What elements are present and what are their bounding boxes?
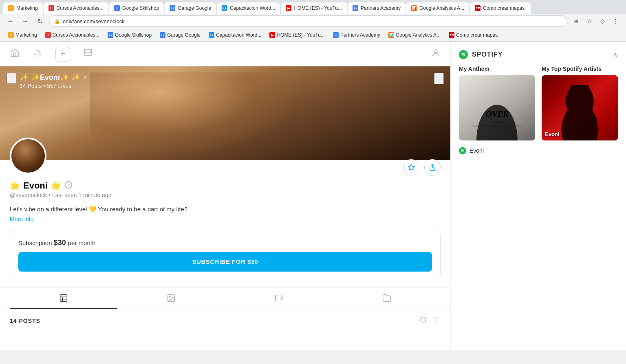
top-artists-cover: Evoni bbox=[542, 75, 618, 140]
tab-garage[interactable]: G Garage Google bbox=[165, 2, 216, 14]
cover-display-name: ✨ ✨Evoni✨ ✨ ✓ bbox=[20, 73, 88, 82]
reload-button[interactable]: ↻ bbox=[34, 15, 46, 27]
forward-button[interactable]: → bbox=[20, 15, 31, 27]
lock-icon: 🔒 bbox=[54, 18, 60, 24]
profile-actions-row bbox=[0, 156, 450, 175]
bookmark-favicon-garage: G bbox=[160, 32, 165, 38]
tab-skillshop[interactable]: G Google Skillshop bbox=[109, 2, 164, 14]
cover-stats: 14 Posts • 557 Likes bbox=[20, 83, 88, 89]
svg-rect-5 bbox=[60, 294, 67, 301]
avatar-image bbox=[11, 139, 45, 173]
bookmark-partners[interactable]: G Partners Academy bbox=[330, 31, 384, 39]
bookmark-favicon-partners: G bbox=[333, 32, 339, 38]
tab-favicon-skillshop: G bbox=[114, 5, 120, 11]
url-text: onlyfans.com/sevenoclock bbox=[63, 18, 125, 24]
tab-photos[interactable] bbox=[117, 288, 225, 309]
home-nav-icon[interactable] bbox=[10, 48, 20, 60]
tab-label-analytics: Google Analytics A... bbox=[419, 5, 464, 11]
bookmark-cursos[interactable]: H Cursos Accionables... bbox=[42, 31, 103, 39]
sort-posts-icon[interactable] bbox=[432, 316, 441, 326]
tab-capacitacion[interactable]: G Capacitacion Word... bbox=[217, 2, 280, 14]
page-content: + bbox=[0, 42, 626, 350]
cover-face-highlight bbox=[90, 72, 293, 152]
spotify-cards-grid: Over EVONI FEAT. IYABORATSOLA & HOLDEN bbox=[459, 75, 618, 140]
bookmark-capacitacion[interactable]: G Capacitacion Word... bbox=[205, 31, 265, 39]
cover-name-text: ✨Evoni✨ bbox=[31, 73, 69, 82]
back-button[interactable]: ← bbox=[5, 15, 16, 27]
bookmark-label-marketing: Marketing bbox=[15, 32, 37, 38]
translate-button[interactable]: ⊕ bbox=[571, 15, 582, 27]
tab-marketing[interactable]: M Marketing bbox=[3, 2, 43, 14]
bell-nav-icon[interactable] bbox=[33, 48, 42, 60]
subscribe-button[interactable]: SUBSCRIBE FOR $30 bbox=[18, 252, 432, 272]
tab-posts[interactable] bbox=[10, 288, 117, 309]
bookmark-favicon-skillshop: G bbox=[108, 32, 113, 38]
extension-button[interactable]: ◇ bbox=[597, 15, 608, 27]
cover-more-button[interactable]: ⋮ bbox=[434, 73, 444, 84]
user-nav-icon[interactable] bbox=[431, 48, 441, 60]
name-sparkle-left: 🌟 bbox=[10, 181, 20, 191]
tab-collections[interactable] bbox=[333, 288, 441, 309]
tab-label-capacitacion: Capacitacion Word... bbox=[230, 5, 275, 11]
spotify-column-headers: My Anthem My Top Spotify Artists bbox=[459, 66, 618, 72]
more-info-link[interactable]: More info bbox=[10, 216, 33, 222]
tab-youtube[interactable]: ▶ HOME (ES) - YouTu... bbox=[281, 2, 347, 14]
tab-favicon-garage: G bbox=[170, 5, 175, 11]
spotify-logo-icon bbox=[459, 50, 468, 59]
spotify-artist-row: Evoni bbox=[459, 147, 618, 154]
svg-rect-11 bbox=[275, 295, 281, 301]
right-sidebar: SPOTIFY ∧ My Anthem My Top Spotify Artis… bbox=[451, 42, 626, 350]
bookmark-favicon-mapas: 🗺 bbox=[449, 32, 454, 38]
search-posts-icon[interactable] bbox=[419, 316, 428, 326]
bookmark-mapas[interactable]: 🗺 Cómo crear mapas. bbox=[445, 31, 502, 39]
tab-partners[interactable]: G Partners Academy bbox=[348, 2, 406, 14]
bookmark-label-garage: Garage Google bbox=[167, 32, 201, 38]
tab-mapas[interactable]: 🗺 Cómo crear mapas. bbox=[470, 2, 531, 14]
browser-actions: ⊕ ☆ ◇ ⋮ bbox=[571, 15, 621, 27]
profile-handle: @sevenoclock • Last seen 1 minute ago bbox=[10, 192, 441, 198]
bookmark-analytics[interactable]: 📊 Google Analytics A... bbox=[385, 31, 444, 39]
bookmark-skillshop[interactable]: G Google Skillshop bbox=[104, 31, 155, 39]
tab-analytics[interactable]: 📊 Google Analytics A... bbox=[406, 2, 469, 14]
bookmark-youtube[interactable]: ▶ HOME (ES) - YouTu... bbox=[266, 31, 328, 39]
profile-section: ← ✨ ✨Evoni✨ ✨ ✓ 14 Posts • 557 Likes ⋮ bbox=[0, 66, 450, 350]
top-artists-card[interactable]: Evoni bbox=[542, 75, 618, 140]
silhouette-shape bbox=[559, 85, 601, 140]
tab-label-skillshop: Google Skillshop bbox=[122, 5, 159, 11]
tab-videos[interactable] bbox=[225, 288, 333, 309]
tab-favicon-marketing: M bbox=[8, 5, 14, 11]
menu-button[interactable]: ⋮ bbox=[610, 15, 621, 27]
bookmark-favicon-cursos: H bbox=[45, 32, 51, 38]
browser-chrome: M Marketing H Cursos Accionables... G Go… bbox=[0, 0, 626, 42]
tab-label-youtube: HOME (ES) - YouTu... bbox=[294, 5, 342, 11]
svg-rect-0 bbox=[84, 49, 92, 55]
tab-cursos[interactable]: H Cursos Accionables... bbox=[44, 2, 108, 14]
main-area: + bbox=[0, 42, 451, 350]
bookmark-label-skillshop: Google Skillshop bbox=[115, 32, 152, 38]
create-nav-icon[interactable]: + bbox=[55, 47, 70, 61]
address-bar[interactable]: 🔒 onlyfans.com/sevenoclock bbox=[49, 15, 567, 27]
browser-toolbar: ← → ↻ 🔒 onlyfans.com/sevenoclock ⊕ ☆ ◇ ⋮ bbox=[0, 14, 626, 29]
svg-point-10 bbox=[170, 296, 171, 297]
tab-favicon-youtube: ▶ bbox=[286, 5, 291, 11]
profile-bio: Let's vibe on a different level 💛 You re… bbox=[10, 205, 441, 214]
content-tabs bbox=[0, 287, 450, 309]
tab-favicon-cursos: H bbox=[48, 5, 54, 11]
avatar-container bbox=[10, 138, 46, 174]
messages-nav-icon[interactable] bbox=[83, 48, 93, 60]
bookmark-star-button[interactable]: ☆ bbox=[584, 15, 595, 27]
anthem-column-header: My Anthem bbox=[459, 66, 535, 72]
posts-count-label: 14 POSTS bbox=[10, 318, 40, 324]
favorite-button[interactable] bbox=[403, 159, 419, 175]
action-buttons bbox=[403, 156, 441, 175]
cover-back-button[interactable]: ← bbox=[7, 73, 16, 84]
share-button[interactable] bbox=[424, 159, 441, 175]
bookmark-marketing[interactable]: M Marketing bbox=[5, 31, 40, 39]
artist-silhouette bbox=[559, 85, 601, 140]
bookmark-garage[interactable]: G Garage Google bbox=[156, 31, 204, 39]
anthem-card[interactable]: Over EVONI FEAT. IYABORATSOLA & HOLDEN bbox=[459, 75, 535, 140]
tab-label-marketing: Marketing bbox=[16, 5, 38, 11]
profile-display-name: 🌟 Evoni 🌟 bbox=[10, 180, 441, 191]
of-nav-icons: + bbox=[10, 47, 93, 61]
spotify-collapse-icon[interactable]: ∧ bbox=[613, 50, 618, 59]
